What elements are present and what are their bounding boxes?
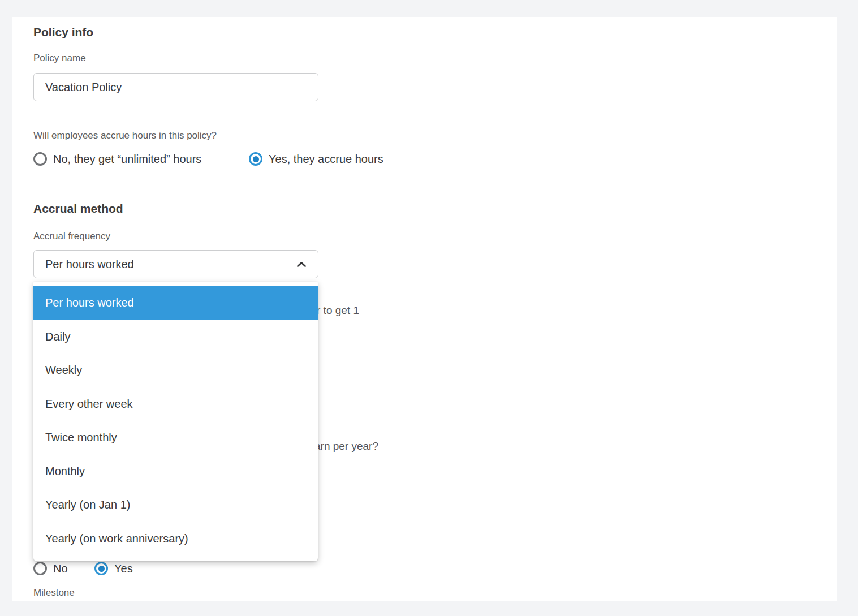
radio-option-accrue-hours[interactable]: Yes, they accrue hours — [249, 152, 383, 166]
radio-option-yes[interactable]: Yes — [94, 562, 133, 575]
dropdown-option-every-other-week[interactable]: Every other week — [33, 387, 318, 421]
dropdown-option-twice-monthly[interactable]: Twice monthly — [33, 421, 318, 455]
policy-name-input[interactable] — [33, 73, 318, 101]
dropdown-option-monthly[interactable]: Monthly — [33, 455, 318, 489]
radio-selected-icon — [249, 152, 262, 166]
radio-option-label: No — [53, 562, 68, 575]
policy-name-label: Policy name — [33, 53, 86, 64]
radio-option-label: Yes — [114, 562, 133, 575]
radio-option-label: Yes, they accrue hours — [269, 153, 383, 166]
dropdown-option-daily[interactable]: Daily — [33, 320, 318, 354]
radio-unselected-icon — [33, 562, 47, 575]
dropdown-option-weekly[interactable]: Weekly — [33, 354, 318, 387]
accrue-question-label: Will employees accrue hours in this poli… — [33, 130, 217, 141]
radio-unselected-icon — [33, 152, 47, 166]
accrual-frequency-select[interactable]: Per hours worked — [33, 250, 318, 278]
radio-option-label: No, they get “unlimited” hours — [53, 153, 201, 166]
dropdown-option-per-hours-worked[interactable]: Per hours worked — [33, 286, 318, 320]
accrual-frequency-dropdown: Per hours worked Daily Weekly Every othe… — [33, 282, 318, 561]
accrual-frequency-label: Accrual frequency — [33, 231, 110, 242]
dropdown-option-yearly-work-anniversary[interactable]: Yearly (on work anniversary) — [33, 522, 318, 556]
accrual-method-heading: Accrual method — [33, 202, 123, 216]
chevron-up-icon — [296, 261, 307, 268]
policy-form-card: Policy info Policy name Will employees a… — [12, 17, 837, 601]
radio-option-unlimited-hours[interactable]: No, they get “unlimited” hours — [33, 152, 201, 166]
obscured-text-fragment-1: r to get 1 — [317, 304, 359, 317]
radio-option-no[interactable]: No — [33, 562, 68, 575]
select-value: Per hours worked — [45, 258, 134, 271]
obscured-text-fragment-2: arn per year? — [314, 440, 378, 453]
milestone-label: Milestone — [33, 587, 75, 598]
radio-selected-icon — [94, 562, 108, 575]
policy-info-heading: Policy info — [33, 25, 93, 39]
policy-form-screen: Policy info Policy name Will employees a… — [0, 0, 858, 616]
dropdown-option-yearly-jan-1[interactable]: Yearly (on Jan 1) — [33, 488, 318, 522]
